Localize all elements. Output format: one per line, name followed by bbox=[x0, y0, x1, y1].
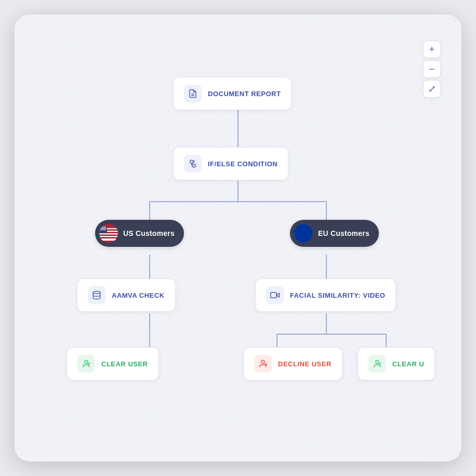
svg-point-29 bbox=[101, 227, 102, 228]
svg-point-33 bbox=[101, 227, 102, 228]
decline-user-label: DECLINE USER bbox=[278, 360, 332, 368]
eu-customers-label: EU Customers bbox=[318, 229, 369, 237]
svg-point-32 bbox=[105, 227, 107, 228]
workflow-canvas: + − ⤢ DOCUMENT REPORT bbox=[15, 15, 461, 461]
svg-point-35 bbox=[103, 227, 104, 228]
svg-point-39 bbox=[103, 228, 104, 229]
decline-user-node[interactable]: DECLINE USER bbox=[243, 347, 342, 380]
svg-point-34 bbox=[102, 227, 103, 228]
document-icon bbox=[184, 85, 202, 102]
svg-point-53 bbox=[294, 224, 313, 243]
aamva-check-label: AAMVA CHECK bbox=[112, 292, 165, 299]
ifelse-node[interactable]: IF/ELSE CONDITION bbox=[173, 147, 288, 180]
svg-point-31 bbox=[104, 227, 105, 228]
us-customers-label: US Customers bbox=[123, 229, 175, 237]
check-user-icon bbox=[77, 355, 95, 373]
fit-button[interactable]: ⤢ bbox=[423, 80, 441, 98]
svg-point-43 bbox=[102, 229, 103, 230]
svg-point-28 bbox=[100, 227, 101, 228]
svg-point-49 bbox=[104, 230, 105, 231]
clear-user-left-label: CLEAR USER bbox=[101, 360, 148, 368]
svg-point-45 bbox=[104, 229, 105, 230]
svg-point-15 bbox=[192, 164, 195, 167]
ifelse-label: IF/ELSE CONDITION bbox=[208, 160, 277, 168]
decline-user-icon bbox=[254, 355, 272, 373]
us-customers-node[interactable]: US Customers bbox=[95, 220, 184, 247]
database-icon bbox=[88, 286, 105, 304]
svg-point-48 bbox=[103, 230, 104, 231]
svg-point-44 bbox=[103, 229, 104, 230]
svg-rect-22 bbox=[99, 233, 118, 235]
us-flag-icon bbox=[99, 224, 118, 243]
eu-flag-icon bbox=[294, 224, 313, 243]
svg-point-40 bbox=[104, 228, 105, 229]
zoom-out-button[interactable]: − bbox=[423, 60, 441, 78]
svg-rect-24 bbox=[99, 236, 118, 237]
facial-similarity-node[interactable]: FACIAL SIMILARITY: VIDEO bbox=[255, 279, 396, 312]
zoom-in-button[interactable]: + bbox=[423, 41, 441, 58]
svg-point-46 bbox=[100, 230, 101, 231]
document-report-node[interactable]: DOCUMENT REPORT bbox=[173, 77, 292, 110]
svg-point-72 bbox=[376, 360, 379, 363]
clear-user-left-node[interactable]: CLEAR USER bbox=[67, 347, 159, 380]
svg-point-14 bbox=[190, 160, 193, 163]
svg-point-42 bbox=[101, 229, 102, 230]
svg-point-41 bbox=[105, 228, 107, 229]
clear-user-right-label: CLEAR U bbox=[392, 360, 424, 368]
aamva-check-node[interactable]: AAMVA CHECK bbox=[77, 279, 176, 312]
svg-point-38 bbox=[101, 228, 102, 229]
svg-point-47 bbox=[101, 230, 102, 231]
check-user-right-icon bbox=[368, 355, 386, 373]
camera-icon bbox=[266, 286, 284, 304]
svg-point-66 bbox=[93, 292, 100, 294]
facial-similarity-label: FACIAL SIMILARITY: VIDEO bbox=[290, 292, 385, 299]
svg-point-68 bbox=[85, 360, 88, 363]
svg-point-50 bbox=[105, 230, 107, 231]
svg-point-37 bbox=[100, 228, 101, 229]
svg-point-30 bbox=[103, 227, 104, 228]
svg-rect-23 bbox=[99, 235, 118, 236]
svg-rect-25 bbox=[99, 237, 118, 239]
eu-customers-node[interactable]: EU Customers bbox=[290, 220, 379, 247]
svg-point-36 bbox=[104, 227, 105, 228]
svg-rect-26 bbox=[99, 239, 118, 241]
svg-point-69 bbox=[261, 360, 265, 363]
svg-rect-67 bbox=[271, 293, 276, 298]
condition-icon bbox=[184, 155, 202, 173]
clear-user-right-node[interactable]: CLEAR U bbox=[358, 347, 435, 380]
document-report-label: DOCUMENT REPORT bbox=[208, 90, 281, 98]
zoom-controls: + − ⤢ bbox=[423, 41, 441, 98]
